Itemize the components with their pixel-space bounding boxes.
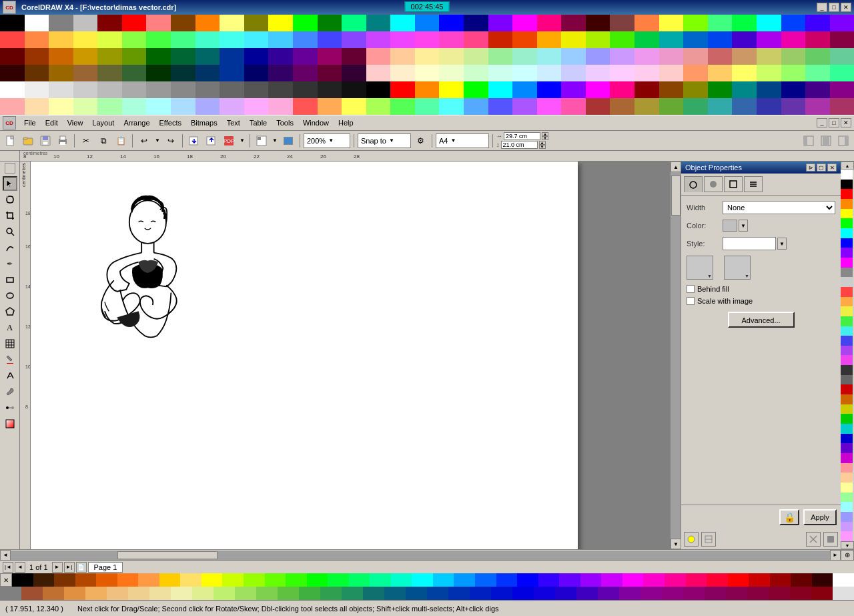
palette-cell[interactable]: [366, 31, 391, 48]
right-palette-cell[interactable]: [841, 473, 853, 483]
list-tab[interactable]: [744, 176, 763, 192]
hscroll-right[interactable]: ►: [830, 550, 841, 561]
palette-cell[interactable]: [537, 31, 562, 48]
right-palette-cell[interactable]: [841, 258, 853, 268]
palette-cell[interactable]: [464, 81, 488, 98]
palette-cell[interactable]: [464, 65, 488, 81]
width-value[interactable]: 29.7 cm: [504, 132, 540, 140]
palette-cell[interactable]: [415, 15, 440, 31]
palette-cell[interactable]: [0, 98, 25, 115]
palette-cell[interactable]: [122, 15, 147, 31]
interactive-fill[interactable]: [3, 416, 17, 431]
bottom-palette-cell[interactable]: [726, 587, 747, 600]
palette-cell[interactable]: [708, 48, 733, 65]
palette-cell[interactable]: [732, 98, 757, 115]
panel-close-button[interactable]: ✕: [827, 164, 837, 172]
bottom-palette-cell[interactable]: [833, 587, 854, 600]
palette-cell[interactable]: [439, 65, 464, 81]
palette-cell[interactable]: [122, 48, 147, 65]
bottom-palette-cell[interactable]: [475, 573, 496, 587]
bottom-palette-cell[interactable]: [328, 573, 349, 587]
palette-cell[interactable]: [220, 65, 244, 81]
bottom-palette-cell[interactable]: [307, 573, 328, 587]
view-mode-dropdown[interactable]: ▼: [271, 133, 279, 149]
palette-cell[interactable]: [708, 98, 733, 115]
right-palette-cell[interactable]: [841, 512, 853, 522]
view-mode-button[interactable]: [254, 133, 270, 149]
palette-cell[interactable]: [512, 81, 537, 98]
palette-cell[interactable]: [318, 31, 342, 48]
style-dropdown-btn[interactable]: ▼: [777, 238, 787, 250]
bottom-icon-3[interactable]: [806, 532, 821, 547]
palette-cell[interactable]: [830, 48, 854, 65]
palette-cell[interactable]: [49, 15, 73, 31]
app-icon[interactable]: CD: [3, 116, 16, 129]
bottom-palette-cell[interactable]: [117, 573, 139, 587]
palette-cell[interactable]: [293, 65, 318, 81]
palette-cell[interactable]: [318, 65, 342, 81]
palette-cell[interactable]: [97, 98, 122, 115]
palette-cell[interactable]: [73, 15, 98, 31]
hscroll-thumb[interactable]: [117, 551, 218, 559]
palette-cell[interactable]: [49, 48, 73, 65]
palette-cell[interactable]: [708, 15, 733, 31]
bottom-palette-cell[interactable]: [128, 587, 149, 600]
bottom-palette-cell[interactable]: [622, 573, 644, 587]
palette-cell[interactable]: [97, 15, 122, 31]
menu-window[interactable]: Window: [299, 117, 333, 128]
snap-dropdown[interactable]: Snap to ▼: [358, 133, 411, 148]
bottom-palette-cell[interactable]: [769, 587, 790, 600]
rect-tool[interactable]: [3, 272, 17, 287]
palette-cell[interactable]: [659, 31, 684, 48]
palette-cell[interactable]: [195, 31, 220, 48]
palette-cell[interactable]: [610, 48, 634, 65]
right-palette-cell[interactable]: [841, 336, 853, 346]
right-palette-cell[interactable]: [841, 404, 853, 414]
right-palette-cell[interactable]: [841, 443, 853, 453]
bottom-palette-cell[interactable]: [791, 573, 812, 587]
palette-cell[interactable]: [488, 98, 513, 115]
palette-cell[interactable]: [537, 15, 562, 31]
right-palette-cell[interactable]: [841, 316, 853, 326]
undo-button[interactable]: ↩: [136, 133, 152, 149]
panel-center-button[interactable]: [818, 133, 834, 149]
menu-effects[interactable]: Effects: [155, 117, 185, 128]
inner-maximize-button[interactable]: □: [829, 118, 839, 127]
palette-cell[interactable]: [342, 48, 366, 65]
width-select[interactable]: None: [723, 201, 835, 214]
bottom-palette-cell[interactable]: [107, 587, 128, 600]
palette-cell[interactable]: [439, 48, 464, 65]
palette-cell[interactable]: [244, 81, 269, 98]
menu-file[interactable]: File: [20, 117, 40, 128]
advanced-button[interactable]: Advanced...: [728, 312, 795, 328]
palette-cell[interactable]: [757, 48, 781, 65]
bottom-palette-cell[interactable]: [256, 587, 278, 600]
palette-cell[interactable]: [732, 81, 757, 98]
palette-cell[interactable]: [49, 98, 73, 115]
rp-scroll-down[interactable]: ▼: [841, 541, 854, 549]
vscroll-thumb[interactable]: [671, 176, 681, 216]
bottom-palette-cell[interactable]: [538, 573, 560, 587]
palette-cell[interactable]: [390, 98, 415, 115]
bottom-palette-cell[interactable]: [517, 573, 538, 587]
palette-cell[interactable]: [659, 98, 684, 115]
palette-cell[interactable]: [220, 48, 244, 65]
bottom-palette-cell[interactable]: [576, 587, 598, 600]
bottom-palette-cell[interactable]: [811, 587, 833, 600]
palette-cell[interactable]: [171, 98, 195, 115]
palette-cell[interactable]: [683, 48, 708, 65]
palette-cell[interactable]: [366, 65, 391, 81]
palette-cell[interactable]: [439, 81, 464, 98]
bottom-palette-cell[interactable]: [138, 573, 159, 587]
bottom-palette-cell[interactable]: [580, 573, 602, 587]
palette-cell[interactable]: [342, 65, 366, 81]
right-palette-cell[interactable]: [841, 522, 853, 532]
zoom-full-button[interactable]: ⊕: [841, 550, 854, 561]
import-button[interactable]: [186, 133, 202, 149]
palette-cell[interactable]: [195, 98, 220, 115]
right-palette-cell[interactable]: [841, 493, 853, 503]
palette-cell[interactable]: [708, 31, 733, 48]
height-value[interactable]: 21.0 cm: [501, 141, 538, 149]
palette-cell[interactable]: [195, 65, 220, 81]
right-palette-cell[interactable]: [841, 531, 853, 541]
